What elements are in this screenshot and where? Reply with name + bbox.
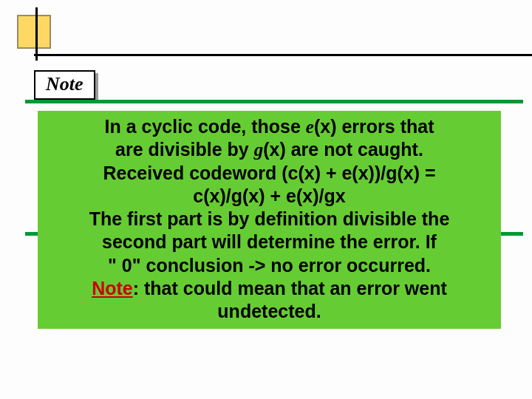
green-divider-top (25, 100, 523, 103)
content-line-6: second part will determine the error. If (44, 231, 495, 253)
text: (x) are not caught. (263, 139, 423, 160)
text: : that could mean that an error went (133, 278, 447, 299)
horizontal-rule (34, 54, 532, 56)
content-line-7: " 0" conclusion -> no error occurred. (44, 254, 495, 277)
content-line-3: Received codeword (c(x) + e(x))/g(x) = (44, 162, 495, 185)
content-line-9: undetected. (44, 300, 495, 323)
content-line-4: c(x)/g(x) + e(x)/gx (44, 185, 495, 208)
note-label-text: Note (46, 73, 83, 95)
text: In a cyclic code, those (105, 116, 306, 137)
italic-e: e (306, 117, 314, 137)
vertical-rule (35, 7, 38, 61)
note-label-box: Note (34, 70, 95, 100)
content-line-2: are divisible by g(x) are not caught. (44, 138, 495, 161)
content-line-8: Note: that could mean that an error went (44, 277, 495, 300)
content-box: In a cyclic code, those e(x) errors that… (38, 111, 501, 329)
note-red-text: Note (92, 278, 133, 299)
corner-decoration-icon (18, 16, 50, 47)
text: (x) errors that (314, 116, 434, 137)
content-line-1: In a cyclic code, those e(x) errors that (44, 115, 495, 138)
text: are divisible by (115, 139, 254, 160)
slide: Note In a cyclic code, those e(x) errors… (0, 0, 532, 399)
content-line-5: The first part is by definition divisibl… (44, 208, 495, 231)
italic-g: g (254, 140, 264, 160)
